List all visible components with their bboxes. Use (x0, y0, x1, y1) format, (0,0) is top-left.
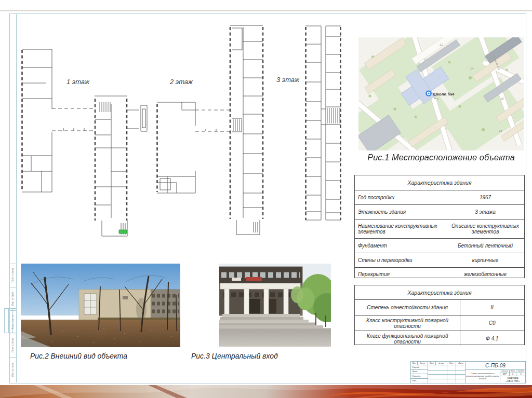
floor-plan-2 (154, 23, 265, 238)
sig-row-label: Разраб. (411, 365, 428, 370)
svg-text:14: 14 (470, 67, 474, 70)
row-value: 3 этажа (446, 205, 524, 219)
row-value: II (460, 300, 524, 315)
rev-header: № док. (436, 362, 447, 365)
fire-safety-table: Характеристика здания Степень огнестойко… (354, 285, 525, 345)
floor-plan-3 (303, 23, 345, 226)
row-label: Стены и перегородки (358, 253, 413, 267)
banner-swoosh-graphic (0, 385, 532, 398)
row-label: Наименование конструктивных элементов (358, 219, 451, 238)
sig-row-label: Пров. (411, 370, 428, 375)
row-label: Год постройки (358, 190, 394, 204)
row-value: Ф 4.1 (460, 331, 524, 346)
row-label: Фундамент (358, 239, 387, 253)
row-value: Бетонный ленточный (446, 239, 524, 253)
svg-text:5: 5 (437, 98, 438, 101)
row-value: железобетонные (446, 268, 524, 281)
frame-side-label: Подп. и дата (9, 264, 16, 287)
rev-header: Подп. (447, 362, 456, 365)
row-label: Класс конструктивной пожарной опасности (355, 315, 460, 331)
rev-header: Дата (456, 362, 466, 365)
department-name: «ПБ и ТМГ» (500, 379, 525, 383)
row-value: кирпичные (446, 253, 524, 267)
document-title: Схема расположения и конструктивные особ… (466, 370, 500, 383)
row-value: Описание конструктивных элементов (446, 219, 524, 238)
rev-header: Изм. (411, 362, 418, 365)
floor-plan-1 (20, 46, 150, 239)
rev-header: Кол.уч. (418, 362, 428, 365)
table-title: Характеристика здания (355, 175, 524, 190)
document-code: С-ПБ-09 (466, 362, 525, 370)
slide-canvas: Подп. и дата Инв. № дубл. Взам. инв. № П… (0, 0, 532, 398)
svg-text:18: 18 (499, 129, 502, 132)
map-caption: Рис.1 Месторасположение объекта (358, 153, 524, 162)
row-label: Этажность здания (358, 205, 406, 219)
entrance-photo (219, 264, 331, 347)
sig-row-label: Утв. (411, 379, 428, 383)
row-label: Степень огнестойкости здания (355, 300, 460, 315)
frame-side-label: Инв. № подл. (9, 358, 16, 381)
row-label: Перекрытия (358, 268, 390, 281)
row-label: Класс функциональной пожарной опасности (355, 331, 460, 346)
frame-side-label: Подп. и дата (9, 334, 16, 357)
floor3-label: 3 этаж (267, 76, 309, 84)
frame-corner-cells (4, 308, 17, 333)
building-characteristics-table: Характеристика здания Год постройки1967 … (354, 175, 525, 278)
map-marker-icon (426, 91, 431, 95)
svg-text:12: 12 (440, 43, 443, 46)
location-map: 12 14 16 18 Ульяновская Школа №4 5 (358, 37, 524, 150)
entrance-steps (219, 314, 331, 331)
frame-side-label: Инв. № дубл. (9, 287, 16, 310)
map-marker-label: Школа №4 (433, 92, 455, 97)
row-value: 1967 (446, 190, 524, 204)
table-title: Характеристика здания (355, 285, 524, 299)
entrance-photo-caption: Рис.3 Центральный вход (191, 351, 278, 360)
svg-text:16: 16 (500, 97, 504, 100)
row-value: С0 (460, 315, 524, 331)
title-block: Изм. Кол.уч. Лист № док. Подп. Дата Разр… (410, 361, 526, 383)
highlighted-room (119, 230, 127, 234)
exterior-photo (21, 264, 180, 347)
exterior-photo-caption: Рис.2 Внешний вид объекта (30, 351, 127, 360)
rev-header: Лист (428, 362, 436, 365)
sig-row-label: Н.контр. (411, 374, 428, 379)
bottom-banner (0, 385, 532, 398)
